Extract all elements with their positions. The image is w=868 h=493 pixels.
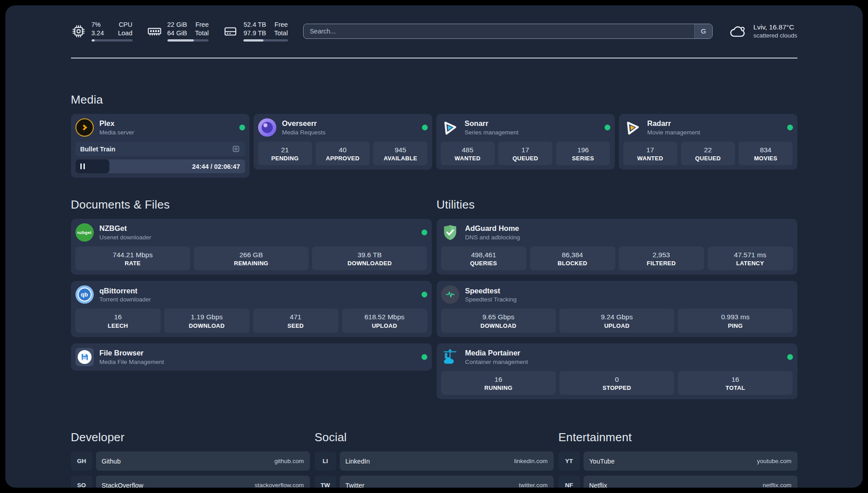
app-name: Sonarr [465, 119, 519, 128]
status-dot [605, 125, 610, 130]
app-name: NZBGet [100, 224, 151, 233]
app-link-qbittorrent[interactable]: qb qBittorrent Torrent downloader [75, 285, 427, 304]
dashboard-frame: 7% 3.24 CPU Load [0, 0, 868, 493]
cpu-stat: 7% 3.24 CPU Load [71, 21, 133, 42]
link-name: YouTube [589, 458, 615, 465]
app-link-radarr[interactable]: Radarr Movie management [623, 118, 793, 137]
link-url: twitter.com [519, 482, 548, 488]
portainer-icon [441, 348, 459, 366]
app-card-adguard: AdGuard Home DNS and adblocking 498,461 … [437, 219, 797, 275]
app-description: Speedtest Tracking [465, 296, 517, 303]
link-url: stackoverflow.com [255, 482, 304, 488]
app-name: File Browser [100, 349, 164, 358]
twitter-abbr-icon: TW [315, 476, 336, 488]
app-description: Torrent downloader [100, 296, 151, 303]
search-input[interactable] [303, 24, 713, 39]
link-row-linkedin[interactable]: LI LinkedIn linkedin.com [315, 451, 554, 471]
stat-box: 9.24 Gbps UPLOAD [559, 309, 674, 332]
link-url: linkedin.com [514, 458, 547, 464]
stat-box: 40 APPROVED [316, 142, 370, 165]
stat-box: 0.993 ms PING [678, 309, 793, 332]
stat-box: 945 AVAILABLE [373, 142, 427, 165]
link-row-twitter[interactable]: TW Twitter twitter.com [315, 476, 554, 488]
app-link-plex[interactable]: Plex Media server [75, 118, 245, 137]
ram-progress-bar [167, 39, 209, 42]
disk-total-value: 97.9 TB [243, 29, 266, 38]
overseerr-icon [258, 118, 276, 137]
system-stats: 7% 3.24 CPU Load [71, 21, 288, 42]
disk-icon [223, 24, 238, 39]
app-link-speedtest[interactable]: Speedtest Speedtest Tracking [441, 285, 793, 304]
status-dot [421, 354, 427, 360]
status-dot [787, 125, 793, 130]
status-dot [239, 125, 245, 130]
app-card-nzbget: nzbget NZBGet Usenet downloader 744.21 M… [71, 219, 432, 275]
radarr-icon [623, 118, 642, 137]
link-row-stackoverflow[interactable]: SO StackOverflow stackoverflow.com [71, 476, 310, 488]
app-card-portainer: Media Portainer Container management 16 … [437, 343, 797, 399]
stat-box: 834 MOVIES [739, 142, 793, 165]
links-column-social: Social LI LinkedIn linkedin.com TW Twitt… [315, 430, 554, 488]
stat-box: 9.65 Gbps DOWNLOAD [441, 309, 556, 332]
stat-box: 16 TOTAL [678, 371, 793, 395]
stat-box: 16 LEECH [75, 309, 161, 332]
app-link-nzbget[interactable]: nzbget NZBGet Usenet downloader [75, 223, 427, 242]
ram-stat: 22 GiB 64 GiB Free Total [147, 21, 209, 42]
linkedin-abbr-icon: LI [315, 451, 336, 471]
ram-icon [147, 24, 162, 39]
adguard-icon [441, 223, 459, 242]
disk-free-value: 52.4 TB [243, 21, 266, 29]
stat-box: 744.21 Mbps RATE [75, 246, 190, 270]
top-bar: 7% 3.24 CPU Load [71, 21, 797, 42]
stat-box: 1.19 Gbps DOWNLOAD [164, 309, 250, 332]
app-link-adguard[interactable]: AdGuard Home DNS and adblocking [441, 223, 793, 242]
app-description: Media server [100, 129, 134, 136]
now-playing-row: Bullet Train [75, 142, 245, 156]
app-description: Usenet downloader [100, 234, 151, 241]
app-link-filebrowser[interactable]: File Browser Media File Management [75, 348, 427, 366]
stat-box: 47.571 ms LATENCY [708, 246, 793, 270]
app-name: Radarr [647, 119, 701, 128]
section-title-media: Media [71, 93, 797, 107]
stat-box: 0 STOPPED [559, 371, 674, 395]
screen-icon[interactable] [232, 145, 240, 153]
app-description: Container management [465, 359, 528, 365]
app-link-overseerr[interactable]: Overseerr Media Requests [258, 118, 428, 137]
link-row-youtube[interactable]: YT YouTube youtube.com [559, 451, 797, 471]
link-name: StackOverflow [102, 482, 143, 488]
link-url: netflix.com [763, 482, 792, 488]
link-row-github[interactable]: GH Github github.com [71, 451, 310, 471]
status-dot [421, 230, 427, 235]
stat-box: 22 QUEUED [681, 142, 735, 165]
stat-box: 16 RUNNING [441, 371, 556, 395]
playback-elapsed[interactable] [75, 159, 109, 173]
cpu-load-value: 3.24 [92, 29, 104, 38]
nzbget-icon: nzbget [75, 223, 94, 242]
dashboard-page: 7% 3.24 CPU Load [5, 5, 863, 488]
link-name: Twitter [346, 482, 365, 488]
app-name: Plex [100, 119, 134, 128]
sonarr-icon [441, 118, 459, 137]
app-link-sonarr[interactable]: Sonarr Series management [441, 118, 610, 137]
cloud-icon [729, 24, 747, 39]
app-description: Series management [465, 129, 519, 136]
playback-time: 24:44 / 02:06:47 [192, 159, 240, 173]
stackoverflow-abbr-icon: SO [71, 476, 92, 488]
pause-icon[interactable] [80, 163, 85, 169]
ram-free-label: Free [195, 21, 209, 29]
filebrowser-icon [75, 348, 94, 366]
stat-box: 21 PENDING [258, 142, 312, 165]
link-row-netflix[interactable]: NF Netflix netflix.com [559, 476, 797, 488]
app-card-radarr: Radarr Movie management 17 WANTED 22 QUE… [619, 114, 797, 170]
cpu-progress-bar [92, 39, 133, 42]
app-card-sonarr: Sonarr Series management 485 WANTED 17 Q… [436, 114, 615, 170]
disk-progress-bar [243, 39, 288, 42]
search-engine-button[interactable]: G [694, 24, 712, 38]
app-name: Speedtest [465, 287, 517, 296]
stat-box: 196 SERIES [556, 142, 610, 165]
link-name: LinkedIn [346, 458, 370, 465]
search-bar: G [303, 24, 713, 39]
app-card-qbittorrent: qb qBittorrent Torrent downloader 16 LEE… [71, 281, 432, 337]
app-link-portainer[interactable]: Media Portainer Container management [441, 348, 793, 366]
ram-free-value: 22 GiB [167, 21, 187, 29]
